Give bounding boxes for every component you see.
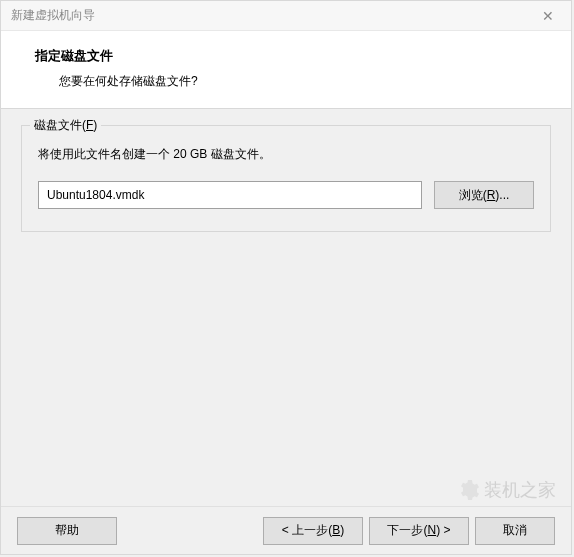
close-button[interactable]: ✕ <box>531 5 565 27</box>
next-button[interactable]: 下一步(N) > <box>369 517 469 545</box>
disk-file-fieldset: 磁盘文件(F) 将使用此文件名创建一个 20 GB 磁盘文件。 浏览(R)... <box>21 125 551 232</box>
back-button[interactable]: < 上一步(B) <box>263 517 363 545</box>
close-icon: ✕ <box>542 8 554 24</box>
page-subtitle: 您要在何处存储磁盘文件? <box>59 73 547 90</box>
cancel-button[interactable]: 取消 <box>475 517 555 545</box>
help-button[interactable]: 帮助 <box>17 517 117 545</box>
input-row: 浏览(R)... <box>38 181 534 209</box>
wizard-window: 新建虚拟机向导 ✕ 指定磁盘文件 您要在何处存储磁盘文件? 磁盘文件(F) 将使… <box>0 0 572 555</box>
titlebar: 新建虚拟机向导 ✕ <box>1 1 571 31</box>
wizard-header: 指定磁盘文件 您要在何处存储磁盘文件? <box>1 31 571 109</box>
window-title: 新建虚拟机向导 <box>11 7 95 24</box>
fieldset-legend: 磁盘文件(F) <box>30 117 101 134</box>
disk-file-input[interactable] <box>38 181 422 209</box>
wizard-footer: 帮助 < 上一步(B) 下一步(N) > 取消 <box>1 506 571 554</box>
fieldset-description: 将使用此文件名创建一个 20 GB 磁盘文件。 <box>38 146 534 163</box>
browse-button[interactable]: 浏览(R)... <box>434 181 534 209</box>
page-title: 指定磁盘文件 <box>35 47 547 65</box>
content-area: 磁盘文件(F) 将使用此文件名创建一个 20 GB 磁盘文件。 浏览(R)... <box>1 109 571 506</box>
